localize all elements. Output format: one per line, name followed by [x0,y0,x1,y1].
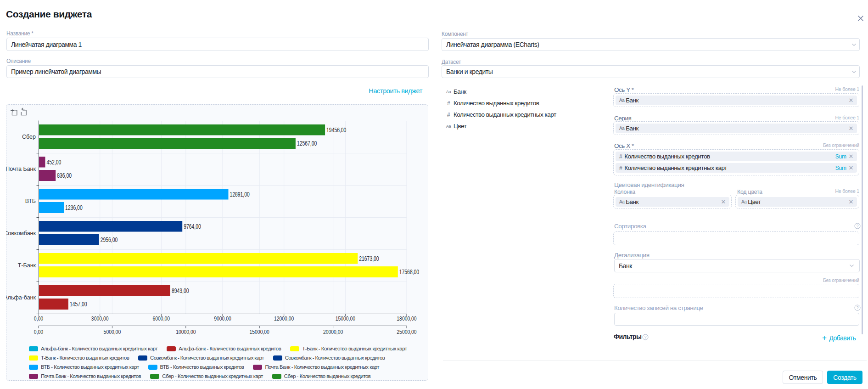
svg-text:12000,00: 12000,00 [274,316,294,322]
svg-text:8943,00: 8943,00 [172,287,189,294]
svg-text:Почта Банк: Почта Банк [6,166,36,172]
svg-text:19456,00: 19456,00 [326,126,346,134]
svg-text:12891,00: 12891,00 [230,191,250,198]
svg-text:452,00: 452,00 [47,158,62,166]
svg-text:17568,00: 17568,00 [399,268,419,276]
svg-text:Совкомбанк: Совкомбанк [6,230,36,237]
svg-text:9000,00: 9000,00 [214,316,231,322]
svg-text:6000,00: 6000,00 [153,316,170,322]
svg-text:Альфа-банк: Альфа-банк [6,294,36,301]
svg-text:2956,00: 2956,00 [101,236,118,243]
svg-text:21673,00: 21673,00 [359,255,379,262]
svg-text:12567,00: 12567,00 [297,140,317,147]
svg-text:836,00: 836,00 [57,172,72,179]
svg-text:3000,00: 3000,00 [91,316,109,322]
svg-text:10000,00: 10000,00 [176,329,196,335]
svg-text:5000,00: 5000,00 [104,329,121,335]
svg-text:Сбер: Сбер [22,134,36,140]
svg-text:9764,00: 9764,00 [184,223,201,230]
svg-text:15000,00: 15000,00 [336,316,356,322]
svg-text:?: ? [857,224,859,228]
svg-text:25000,00: 25000,00 [397,329,417,335]
svg-text:15000,00: 15000,00 [250,329,270,335]
svg-text:?: ? [644,335,647,339]
svg-text:Т-Банк: Т-Банк [18,262,36,269]
svg-text:1236,00: 1236,00 [65,204,83,211]
svg-text:20000,00: 20000,00 [323,329,343,335]
svg-text:0,00: 0,00 [34,316,44,322]
svg-text:1457,00: 1457,00 [70,300,87,308]
svg-text:0,00: 0,00 [34,329,44,335]
svg-text:ВТБ: ВТБ [25,198,36,204]
svg-text:?: ? [857,305,859,310]
svg-text:18000,00: 18000,00 [397,316,417,322]
